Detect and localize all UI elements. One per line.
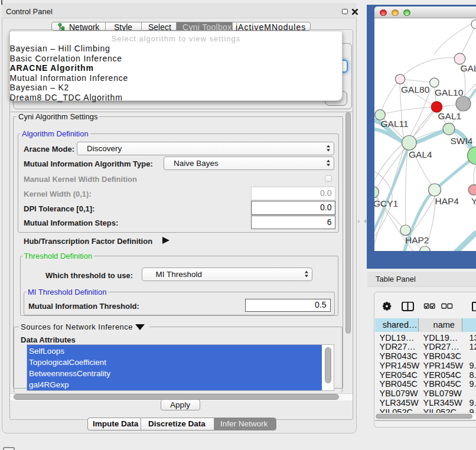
svg-text:GCY1: GCY1 (374, 198, 398, 208)
svg-text:YM: YM (471, 196, 476, 206)
svg-text:GAL7: GAL7 (461, 63, 476, 73)
svg-text:SWI4: SWI4 (451, 136, 473, 146)
svg-text:GAL1: GAL1 (438, 111, 462, 121)
svg-text:GAL11: GAL11 (381, 119, 409, 129)
svg-text:HAP4: HAP4 (435, 196, 459, 206)
svg-text:GAL10: GAL10 (435, 87, 464, 97)
svg-text:HAP2: HAP2 (405, 235, 429, 245)
svg-text:GAL4: GAL4 (409, 149, 432, 159)
svg-text:GAL80: GAL80 (401, 84, 430, 94)
